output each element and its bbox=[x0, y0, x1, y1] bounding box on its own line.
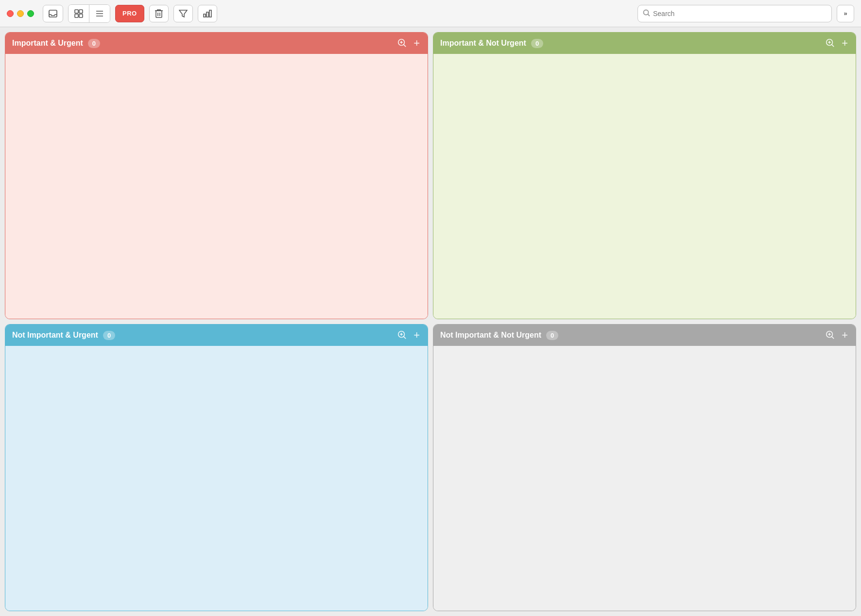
quadrant-body-not-important-urgent bbox=[5, 346, 428, 611]
svg-rect-2 bbox=[79, 10, 83, 13]
zoom-button-important-urgent[interactable] bbox=[396, 37, 408, 50]
quadrant-title-row-2: Important & Not Urgent 0 bbox=[440, 39, 543, 48]
quadrant-body-important-urgent bbox=[5, 54, 428, 319]
minimize-button[interactable] bbox=[17, 10, 24, 17]
search-wrapper bbox=[637, 5, 832, 22]
filter-icon bbox=[179, 9, 188, 18]
svg-rect-14 bbox=[209, 10, 211, 17]
quadrant-actions-not-important-urgent: + bbox=[396, 329, 421, 342]
svg-rect-1 bbox=[75, 10, 78, 13]
pro-button[interactable]: PRO bbox=[115, 5, 144, 22]
svg-rect-12 bbox=[204, 14, 206, 17]
svg-point-15 bbox=[644, 10, 649, 15]
zoom-icon-4 bbox=[825, 330, 835, 340]
quadrant-header-not-important-urgent: Not Important & Urgent 0 + bbox=[5, 325, 428, 346]
chart-button[interactable] bbox=[198, 5, 217, 22]
zoom-icon-2 bbox=[825, 38, 835, 48]
svg-marker-11 bbox=[179, 10, 187, 17]
titlebar: PRO » bbox=[0, 0, 861, 27]
quadrant-title-row-3: Not Important & Urgent 0 bbox=[12, 331, 115, 340]
quadrant-title-important-not-urgent: Important & Not Urgent bbox=[440, 39, 526, 48]
quadrant-header-not-important-not-urgent: Not Important & Not Urgent 0 + bbox=[433, 325, 856, 346]
quadrant-actions-important-not-urgent: + bbox=[824, 37, 849, 50]
add-button-not-important-urgent[interactable]: + bbox=[413, 329, 421, 342]
zoom-icon-3 bbox=[397, 330, 407, 340]
svg-line-18 bbox=[404, 44, 406, 47]
quadrant-important-urgent: Important & Urgent 0 + bbox=[5, 32, 428, 319]
search-icon bbox=[643, 9, 650, 18]
zoom-button-important-not-urgent[interactable] bbox=[824, 37, 836, 50]
search-input[interactable] bbox=[653, 10, 827, 17]
quadrant-body-not-important-not-urgent bbox=[433, 346, 856, 611]
quadrant-title-row-4: Not Important & Not Urgent 0 bbox=[440, 331, 558, 340]
quadrant-not-important-urgent: Not Important & Urgent 0 + bbox=[5, 324, 428, 611]
quadrant-header-important-urgent: Important & Urgent 0 + bbox=[5, 33, 428, 54]
quadrant-title-not-important-not-urgent: Not Important & Not Urgent bbox=[440, 331, 541, 340]
traffic-lights bbox=[7, 10, 34, 17]
quadrant-count-important-not-urgent: 0 bbox=[531, 39, 543, 48]
quadrant-actions-important-urgent: + bbox=[396, 37, 421, 50]
quadrant-title-row: Important & Urgent 0 bbox=[12, 39, 100, 48]
quadrant-not-important-not-urgent: Not Important & Not Urgent 0 + bbox=[433, 324, 856, 611]
view-toggle-group bbox=[68, 4, 110, 23]
inbox-icon bbox=[48, 9, 58, 18]
quadrant-body-important-not-urgent bbox=[433, 54, 856, 319]
grid-icon bbox=[74, 9, 83, 18]
quadrant-actions-not-important-not-urgent: + bbox=[824, 329, 849, 342]
svg-rect-3 bbox=[75, 14, 78, 17]
quadrant-title-important-urgent: Important & Urgent bbox=[12, 39, 83, 48]
zoom-icon bbox=[397, 38, 407, 48]
quadrant-important-not-urgent: Important & Not Urgent 0 + bbox=[433, 32, 856, 319]
add-button-not-important-not-urgent[interactable]: + bbox=[841, 329, 849, 342]
svg-rect-13 bbox=[207, 12, 208, 17]
svg-rect-0 bbox=[49, 10, 57, 17]
chart-icon bbox=[203, 9, 212, 18]
quadrant-header-important-not-urgent: Important & Not Urgent 0 + bbox=[433, 33, 856, 54]
svg-line-26 bbox=[404, 336, 406, 339]
zoom-button-not-important-urgent[interactable] bbox=[396, 329, 408, 342]
svg-line-16 bbox=[648, 14, 650, 16]
quadrant-count-not-important-not-urgent: 0 bbox=[546, 331, 558, 340]
add-button-important-not-urgent[interactable]: + bbox=[841, 37, 849, 50]
svg-line-22 bbox=[832, 44, 834, 47]
filter-button[interactable] bbox=[173, 5, 193, 22]
trash-button[interactable] bbox=[149, 5, 169, 22]
list-icon bbox=[95, 9, 104, 18]
quadrant-title-not-important-urgent: Not Important & Urgent bbox=[12, 331, 98, 340]
trash-icon bbox=[155, 9, 163, 18]
chevron-button[interactable]: » bbox=[837, 5, 854, 22]
quadrant-count-not-important-urgent: 0 bbox=[103, 331, 115, 340]
svg-line-30 bbox=[832, 336, 834, 339]
close-button[interactable] bbox=[7, 10, 14, 17]
svg-rect-4 bbox=[79, 14, 83, 17]
inbox-button[interactable] bbox=[43, 5, 63, 22]
zoom-button-not-important-not-urgent[interactable] bbox=[824, 329, 836, 342]
maximize-button[interactable] bbox=[27, 10, 34, 17]
list-view-button[interactable] bbox=[89, 5, 110, 22]
svg-rect-8 bbox=[156, 11, 162, 17]
add-button-important-urgent[interactable]: + bbox=[413, 37, 421, 50]
grid-view-button[interactable] bbox=[69, 5, 89, 22]
quadrant-count-important-urgent: 0 bbox=[88, 39, 100, 48]
chevron-right-icon: » bbox=[844, 10, 847, 17]
eisenhower-matrix: Important & Urgent 0 + Importan bbox=[0, 27, 861, 616]
